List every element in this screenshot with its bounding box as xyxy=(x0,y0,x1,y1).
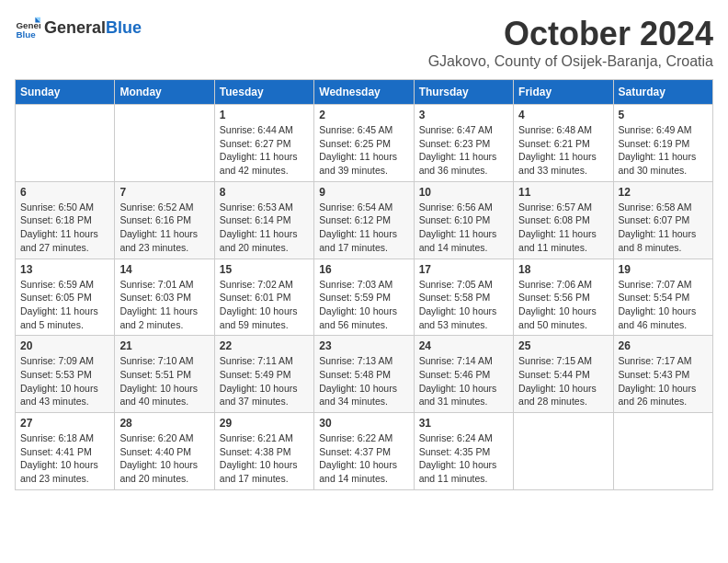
calendar-header: SundayMondayTuesdayWednesdayThursdayFrid… xyxy=(16,80,713,105)
month-title: October 2024 xyxy=(428,15,713,53)
calendar-cell: 11Sunrise: 6:57 AMSunset: 6:08 PMDayligh… xyxy=(514,181,613,259)
cell-content: Sunrise: 6:53 AMSunset: 6:14 PMDaylight:… xyxy=(220,201,309,255)
page-header: General Blue General Blue October 2024 G… xyxy=(15,15,713,70)
calendar-cell: 8Sunrise: 6:53 AMSunset: 6:14 PMDaylight… xyxy=(214,181,313,259)
cell-content: Sunrise: 7:11 AMSunset: 5:49 PMDaylight:… xyxy=(220,354,309,408)
cell-content: Sunrise: 7:15 AMSunset: 5:44 PMDaylight:… xyxy=(518,354,608,408)
day-number: 1 xyxy=(220,109,309,121)
calendar-cell: 30Sunrise: 6:22 AMSunset: 4:37 PMDayligh… xyxy=(314,413,414,490)
calendar-cell xyxy=(514,413,613,490)
calendar-cell xyxy=(115,105,214,182)
header-day-tuesday: Tuesday xyxy=(214,80,313,105)
logo: General Blue General Blue xyxy=(15,15,142,40)
calendar-cell: 27Sunrise: 6:18 AMSunset: 4:41 PMDayligh… xyxy=(16,413,115,490)
calendar-cell: 7Sunrise: 6:52 AMSunset: 6:16 PMDaylight… xyxy=(115,181,214,259)
day-number: 6 xyxy=(20,186,109,199)
calendar-cell: 20Sunrise: 7:09 AMSunset: 5:53 PMDayligh… xyxy=(16,336,115,413)
cell-content: Sunrise: 7:09 AMSunset: 5:53 PMDaylight:… xyxy=(20,354,109,408)
calendar-cell: 4Sunrise: 6:48 AMSunset: 6:21 PMDaylight… xyxy=(514,105,613,182)
day-number: 4 xyxy=(518,109,608,121)
day-number: 23 xyxy=(319,339,408,352)
cell-content: Sunrise: 7:13 AMSunset: 5:48 PMDaylight:… xyxy=(319,354,408,408)
cell-content: Sunrise: 7:07 AMSunset: 5:54 PMDaylight:… xyxy=(619,278,708,332)
cell-content: Sunrise: 6:24 AMSunset: 4:35 PMDaylight:… xyxy=(419,431,508,486)
svg-text:Blue: Blue xyxy=(16,29,36,40)
day-number: 8 xyxy=(220,186,309,199)
location-title: GJakovo, County of Osijek-Baranja, Croat… xyxy=(428,53,713,70)
calendar-cell: 1Sunrise: 6:44 AMSunset: 6:27 PMDaylight… xyxy=(214,105,313,182)
day-number: 27 xyxy=(20,417,109,430)
day-number: 15 xyxy=(220,263,309,276)
calendar-cell: 15Sunrise: 7:02 AMSunset: 6:01 PMDayligh… xyxy=(214,259,313,336)
calendar-cell: 13Sunrise: 6:59 AMSunset: 6:05 PMDayligh… xyxy=(16,259,115,336)
logo-icon: General Blue xyxy=(15,15,40,40)
header-day-wednesday: Wednesday xyxy=(314,80,414,105)
calendar-cell: 28Sunrise: 6:20 AMSunset: 4:40 PMDayligh… xyxy=(115,413,214,490)
calendar-cell: 14Sunrise: 7:01 AMSunset: 6:03 PMDayligh… xyxy=(115,259,214,336)
calendar-cell: 6Sunrise: 6:50 AMSunset: 6:18 PMDaylight… xyxy=(16,181,115,259)
day-number: 19 xyxy=(619,263,708,276)
day-number: 31 xyxy=(419,417,508,430)
header-row: SundayMondayTuesdayWednesdayThursdayFrid… xyxy=(16,80,713,105)
header-day-friday: Friday xyxy=(514,80,613,105)
day-number: 10 xyxy=(419,186,508,199)
cell-content: Sunrise: 6:21 AMSunset: 4:38 PMDaylight:… xyxy=(220,431,309,486)
cell-content: Sunrise: 6:49 AMSunset: 6:19 PMDaylight:… xyxy=(619,123,708,178)
calendar-cell: 26Sunrise: 7:17 AMSunset: 5:43 PMDayligh… xyxy=(613,336,712,413)
cell-content: Sunrise: 6:50 AMSunset: 6:18 PMDaylight:… xyxy=(20,201,109,255)
calendar-cell: 2Sunrise: 6:45 AMSunset: 6:25 PMDaylight… xyxy=(314,105,414,182)
week-row-4: 27Sunrise: 6:18 AMSunset: 4:41 PMDayligh… xyxy=(16,413,713,490)
day-number: 22 xyxy=(220,339,309,352)
cell-content: Sunrise: 6:44 AMSunset: 6:27 PMDaylight:… xyxy=(220,123,309,178)
cell-content: Sunrise: 7:17 AMSunset: 5:43 PMDaylight:… xyxy=(619,354,708,408)
header-day-sunday: Sunday xyxy=(16,80,115,105)
day-number: 2 xyxy=(319,109,408,121)
day-number: 11 xyxy=(518,186,608,199)
day-number: 5 xyxy=(619,109,708,121)
day-number: 13 xyxy=(20,263,109,276)
header-day-saturday: Saturday xyxy=(613,80,712,105)
day-number: 16 xyxy=(319,263,408,276)
week-row-0: 1Sunrise: 6:44 AMSunset: 6:27 PMDaylight… xyxy=(16,105,713,182)
calendar-cell: 25Sunrise: 7:15 AMSunset: 5:44 PMDayligh… xyxy=(514,336,613,413)
cell-content: Sunrise: 7:14 AMSunset: 5:46 PMDaylight:… xyxy=(419,354,508,408)
title-block: October 2024 GJakovo, County of Osijek-B… xyxy=(428,15,713,70)
calendar-cell: 19Sunrise: 7:07 AMSunset: 5:54 PMDayligh… xyxy=(613,259,712,336)
day-number: 7 xyxy=(119,186,209,199)
cell-content: Sunrise: 6:59 AMSunset: 6:05 PMDaylight:… xyxy=(20,278,109,332)
cell-content: Sunrise: 7:02 AMSunset: 6:01 PMDaylight:… xyxy=(220,278,309,332)
cell-content: Sunrise: 6:52 AMSunset: 6:16 PMDaylight:… xyxy=(119,201,209,255)
day-number: 28 xyxy=(119,417,209,430)
calendar-cell xyxy=(16,105,115,182)
calendar-cell: 18Sunrise: 7:06 AMSunset: 5:56 PMDayligh… xyxy=(514,259,613,336)
calendar-cell: 17Sunrise: 7:05 AMSunset: 5:58 PMDayligh… xyxy=(414,259,513,336)
cell-content: Sunrise: 6:54 AMSunset: 6:12 PMDaylight:… xyxy=(319,201,408,255)
header-day-monday: Monday xyxy=(115,80,214,105)
calendar-cell: 10Sunrise: 6:56 AMSunset: 6:10 PMDayligh… xyxy=(414,181,513,259)
calendar-cell: 12Sunrise: 6:58 AMSunset: 6:07 PMDayligh… xyxy=(613,181,712,259)
cell-content: Sunrise: 6:45 AMSunset: 6:25 PMDaylight:… xyxy=(319,123,408,178)
calendar-cell: 3Sunrise: 6:47 AMSunset: 6:23 PMDaylight… xyxy=(414,105,513,182)
day-number: 25 xyxy=(518,339,608,352)
cell-content: Sunrise: 6:22 AMSunset: 4:37 PMDaylight:… xyxy=(319,431,408,486)
day-number: 20 xyxy=(20,339,109,352)
header-day-thursday: Thursday xyxy=(414,80,513,105)
cell-content: Sunrise: 6:18 AMSunset: 4:41 PMDaylight:… xyxy=(20,431,109,486)
cell-content: Sunrise: 7:06 AMSunset: 5:56 PMDaylight:… xyxy=(518,278,608,332)
calendar-cell: 9Sunrise: 6:54 AMSunset: 6:12 PMDaylight… xyxy=(314,181,414,259)
day-number: 24 xyxy=(419,339,508,352)
cell-content: Sunrise: 7:01 AMSunset: 6:03 PMDaylight:… xyxy=(119,278,209,332)
calendar-cell: 29Sunrise: 6:21 AMSunset: 4:38 PMDayligh… xyxy=(214,413,313,490)
day-number: 29 xyxy=(220,417,309,430)
calendar-cell: 31Sunrise: 6:24 AMSunset: 4:35 PMDayligh… xyxy=(414,413,513,490)
day-number: 9 xyxy=(319,186,408,199)
cell-content: Sunrise: 6:47 AMSunset: 6:23 PMDaylight:… xyxy=(419,123,508,178)
calendar-table: SundayMondayTuesdayWednesdayThursdayFrid… xyxy=(15,79,713,490)
day-number: 14 xyxy=(119,263,209,276)
day-number: 30 xyxy=(319,417,408,430)
calendar-cell: 23Sunrise: 7:13 AMSunset: 5:48 PMDayligh… xyxy=(314,336,414,413)
cell-content: Sunrise: 6:20 AMSunset: 4:40 PMDaylight:… xyxy=(119,431,209,486)
day-number: 21 xyxy=(119,339,209,352)
cell-content: Sunrise: 7:10 AMSunset: 5:51 PMDaylight:… xyxy=(119,354,209,408)
logo-general-text: General xyxy=(44,18,106,38)
